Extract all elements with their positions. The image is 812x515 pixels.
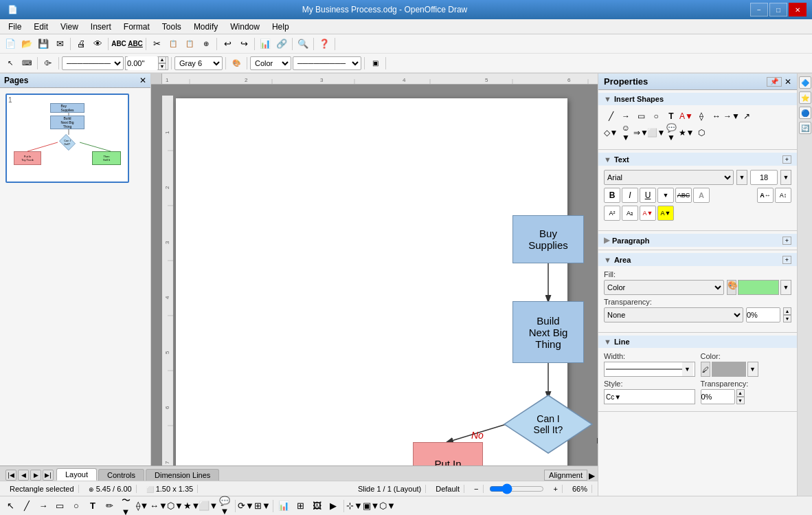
close-button[interactable]: ✕ — [789, 3, 807, 17]
text-tool[interactable]: T — [85, 498, 100, 514]
spell-check2-button[interactable]: ABC — [128, 36, 143, 52]
char-spacing-btn[interactable]: A↔ — [757, 188, 774, 203]
spell-check-button[interactable]: ABC — [111, 36, 126, 52]
connector-tool[interactable]: ⟠▼ — [135, 498, 150, 514]
fill-color-icon[interactable]: 🎨 — [727, 280, 736, 295]
chart-button[interactable]: 📊 — [258, 36, 273, 52]
line-trans-down[interactable]: ▼ — [736, 397, 745, 404]
insert-button[interactable]: 🔗 — [274, 36, 289, 52]
line-trans-up[interactable]: ▲ — [736, 389, 745, 397]
tab-bar-expand[interactable]: ▶ — [589, 471, 595, 481]
line-color-select[interactable]: Gray 6 — [174, 56, 223, 70]
flowchart-tool[interactable]: ⬜▼ — [201, 498, 216, 514]
line-transparency-input[interactable] — [701, 389, 735, 404]
tab-nav-first[interactable]: |◀ — [5, 470, 16, 481]
undo-button[interactable]: ↩ — [220, 36, 235, 52]
text-section-expand[interactable]: + — [782, 155, 791, 164]
superscript-btn[interactable]: A² — [604, 206, 620, 221]
ins-connector[interactable]: ⟠ — [695, 109, 708, 123]
transparency-up[interactable]: ▲ — [783, 307, 791, 315]
toggle-shadow-btn[interactable]: ▣▼ — [363, 498, 379, 514]
ins-star[interactable]: ★▼ — [679, 126, 693, 140]
help-button[interactable]: ❓ — [317, 36, 332, 52]
insert-table-btn[interactable]: ⊞ — [293, 498, 308, 514]
tab-dimension-lines[interactable]: Dimension Lines — [146, 469, 219, 481]
menu-tools[interactable]: Tools — [157, 21, 187, 33]
tab-nav-last[interactable]: ▶| — [43, 470, 54, 481]
draw-canvas[interactable]: No Yes BuySupplies BuildNext BigThing — [176, 98, 567, 465]
strikethrough-btn[interactable]: ABC — [675, 188, 692, 203]
ins-flowchart[interactable]: ⬜▼ — [649, 126, 663, 140]
ins-rect[interactable]: ▭ — [634, 109, 648, 123]
ins-line[interactable]: ╱ — [604, 109, 618, 123]
align-tool[interactable]: ⊞▼ — [255, 498, 270, 514]
open-button[interactable]: 📂 — [19, 36, 34, 52]
ins-smiley[interactable]: ☺▼ — [619, 126, 633, 140]
insert-img-btn[interactable]: 🖼 — [309, 498, 324, 514]
zoom-plus-btn[interactable]: + — [550, 485, 563, 493]
tab-nav-prev[interactable]: ◀ — [18, 470, 29, 481]
bold-button[interactable]: B — [604, 188, 620, 203]
minimize-button[interactable]: − — [750, 3, 768, 17]
line-section-header[interactable]: ▼ Line — [598, 336, 797, 348]
zoom-button[interactable]: 🔍 — [295, 36, 311, 52]
ins-3d-obj[interactable]: ⬡ — [695, 126, 708, 140]
font-select[interactable]: Arial — [604, 170, 734, 185]
paragraph-expand-btn[interactable]: + — [782, 237, 791, 245]
ins-callout-arrow[interactable]: ↗ — [740, 109, 754, 123]
ins-more-arrows[interactable]: →▼ — [725, 109, 738, 123]
clone-button[interactable]: ⊕ — [199, 36, 214, 52]
canvas-area[interactable]: 1 2 3 4 5 6 — [151, 74, 598, 465]
menu-edit[interactable]: Edit — [28, 21, 54, 33]
line-width-up[interactable]: ▲ — [158, 56, 166, 63]
font-size-input[interactable] — [750, 170, 778, 185]
freehand-tool[interactable]: ✏ — [102, 498, 117, 514]
copy-button[interactable]: 📋 — [166, 36, 181, 52]
italic-button[interactable]: I — [622, 188, 638, 203]
shape-put-in-toy[interactable]: Put InToy Trunk — [413, 442, 483, 465]
pages-close-button[interactable]: ✕ — [139, 76, 146, 85]
rect-tool[interactable]: ▭ — [52, 498, 67, 514]
callout2-tool[interactable]: 💬▼ — [217, 498, 232, 514]
page-thumbnail-1[interactable]: 1 BuySupplies BuildNext BigThing Can ISe… — [5, 94, 129, 183]
email-button[interactable]: ✉ — [52, 36, 67, 52]
zoom-minus-btn[interactable]: − — [470, 485, 483, 493]
transparency-value-input[interactable] — [746, 307, 780, 322]
ellipse-tool[interactable]: ○ — [69, 498, 84, 514]
toggle-3d-btn[interactable]: ⬡▼ — [380, 498, 395, 514]
area-style-btn[interactable]: 🎨 — [229, 56, 244, 71]
line-width-input[interactable] — [127, 56, 158, 70]
underline-button[interactable]: U — [640, 188, 656, 203]
prop-pin-button[interactable]: 📌 — [767, 77, 782, 87]
cut-button[interactable]: ✂ — [149, 36, 164, 52]
line-width-down[interactable]: ▼ — [158, 63, 166, 70]
line-style-btn[interactable]: ⌱ — [41, 56, 56, 71]
insert-media-btn[interactable]: ▶ — [326, 498, 341, 514]
alignment-badge[interactable]: Alignment — [544, 470, 587, 481]
line-width-drop[interactable]: ▼ — [682, 362, 693, 376]
underline-dropdown[interactable]: ▼ — [657, 188, 674, 203]
char-spacing2-btn[interactable]: A↕ — [775, 188, 791, 203]
fill-type-dropdown[interactable]: Color — [604, 280, 724, 295]
text-section-header[interactable]: ▼ Text + — [598, 153, 797, 166]
select-button[interactable]: ↖ — [3, 56, 18, 71]
area-section-header[interactable]: ▼ Area + — [598, 253, 797, 266]
line-color-swatch[interactable] — [712, 362, 746, 377]
sidebar-icon-1[interactable]: 🔷 — [799, 76, 811, 89]
save-button[interactable]: 💾 — [36, 36, 51, 52]
select-tool[interactable]: ↖ — [3, 498, 18, 514]
fill-color-dropdown[interactable]: ▼ — [780, 280, 791, 295]
size-dropdown-btn[interactable]: ▼ — [780, 170, 791, 185]
line-tool[interactable]: ╱ — [19, 498, 34, 514]
transparency-down[interactable]: ▼ — [783, 315, 791, 322]
sidebar-icon-2[interactable]: ⭐ — [799, 91, 811, 104]
tab-layout[interactable]: Layout — [56, 468, 97, 481]
callout-tool[interactable]: ↔▼ — [151, 498, 166, 514]
shape-build-next-big[interactable]: BuildNext BigThing — [512, 301, 584, 363]
ins-callout[interactable]: 💬▼ — [664, 126, 678, 140]
shadow-btn[interactable]: ▣ — [368, 56, 383, 71]
menu-insert[interactable]: Insert — [85, 21, 117, 33]
arrow-tool[interactable]: → — [36, 498, 51, 514]
curve-tool[interactable]: 〜▼ — [118, 498, 133, 514]
redo-button[interactable]: ↪ — [236, 36, 251, 52]
